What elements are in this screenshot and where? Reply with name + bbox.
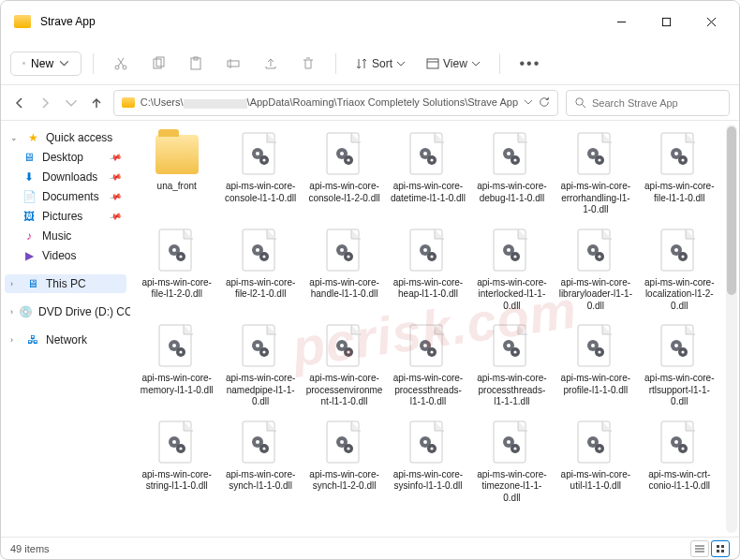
svg-point-131 [340, 440, 344, 444]
file-item[interactable]: api-ms-win-core-console-l1-2-0.dll [303, 126, 385, 221]
sidebar-item-dvd[interactable]: ›💿DVD Drive (D:) CCCC [5, 302, 126, 321]
dll-icon [658, 323, 701, 370]
svg-point-103 [430, 350, 433, 353]
scrollbar[interactable] [726, 125, 737, 533]
file-item[interactable]: api-ms-win-core-file-l1-1-0.dll [639, 126, 720, 221]
back-button[interactable] [10, 90, 28, 116]
new-button[interactable]: New [10, 52, 81, 76]
breadcrumb-prefix: C:\Users\ [141, 96, 184, 108]
file-item[interactable]: api-ms-win-core-synch-l1-2-0.dll [303, 415, 385, 509]
view-button[interactable]: View [419, 53, 488, 74]
share-button[interactable] [255, 50, 287, 78]
sidebar-item-desktop[interactable]: 🖥Desktop📌 [5, 148, 126, 167]
sidebar-label: Network [46, 333, 87, 346]
cut-button[interactable] [105, 50, 137, 78]
rename-button[interactable] [217, 50, 249, 78]
svg-point-83 [682, 255, 685, 258]
sort-button[interactable]: Sort [348, 53, 413, 74]
address-bar[interactable]: C:\Users\\AppData\Roaming\Triaox Complet… [113, 90, 558, 116]
sidebar-item-this-pc[interactable]: ›🖥This PC [5, 274, 126, 293]
chevron-down-icon[interactable] [524, 97, 533, 109]
dll-icon [574, 420, 617, 466]
svg-point-128 [263, 447, 266, 449]
svg-point-28 [347, 158, 349, 161]
sidebar-item-downloads[interactable]: ⬇Downloads📌 [5, 168, 126, 186]
file-item[interactable]: api-ms-win-core-datetime-l1-1-0.dll [387, 126, 468, 221]
file-item[interactable]: api-ms-win-core-errorhandling-l1-1-0.dll [555, 126, 636, 221]
window-title: Strave App [40, 15, 600, 28]
sidebar-item-network[interactable]: ›🖧Network [5, 331, 126, 349]
desktop-icon: 🖥 [22, 151, 37, 164]
recent-button[interactable] [62, 90, 80, 116]
sidebar-item-pictures[interactable]: 🖼Pictures📌 [5, 207, 126, 226]
sidebar-item-quick-access[interactable]: ⌄★Quick access [5, 128, 126, 147]
copy-button[interactable] [142, 50, 174, 78]
search-box[interactable] [566, 90, 730, 116]
delete-button[interactable] [292, 50, 324, 78]
file-item[interactable]: api-ms-win-core-processthreads-l1-1-0.dl… [387, 318, 468, 413]
file-item[interactable]: api-ms-win-core-string-l1-1-0.dll [136, 415, 217, 509]
svg-point-96 [340, 344, 344, 347]
svg-rect-160 [721, 550, 724, 553]
pin-icon: 📌 [109, 151, 123, 164]
file-item[interactable]: api-ms-win-core-namedpipe-l1-1-0.dll [219, 318, 301, 413]
file-label: api-ms-win-core-datetime-l1-1-0.dll [390, 181, 466, 204]
file-item[interactable]: api-ms-win-core-timezone-l1-1-0.dll [471, 415, 553, 509]
file-item[interactable]: api-ms-win-core-profile-l1-1-0.dll [555, 318, 636, 413]
file-label: api-ms-win-core-synch-l1-1-0.dll [222, 469, 299, 493]
paste-button[interactable] [180, 50, 212, 78]
file-item[interactable]: api-ms-win-core-memory-l1-1-0.dll [136, 318, 217, 413]
svg-point-113 [598, 350, 600, 353]
chevron-right-icon: › [10, 307, 13, 317]
sidebar-item-videos[interactable]: ▶Videos [5, 246, 126, 265]
file-item[interactable]: api-ms-win-core-debug-l1-1-0.dll [471, 126, 553, 221]
file-item[interactable]: api-ms-win-core-synch-l1-1-0.dll [219, 415, 301, 509]
file-item[interactable]: api-ms-win-core-file-l2-1-0.dll [219, 223, 301, 317]
dll-icon [155, 228, 199, 274]
folder-item[interactable]: una_front [136, 126, 217, 221]
dll-icon [239, 131, 282, 178]
sidebar-item-music[interactable]: ♪Music [5, 227, 126, 245]
svg-rect-15 [427, 59, 438, 68]
chevron-right-icon: › [10, 279, 20, 288]
forward-button[interactable] [36, 90, 53, 116]
sort-icon [355, 57, 368, 70]
file-item[interactable]: api-ms-win-core-heap-l1-1-0.dll [387, 223, 468, 317]
more-button[interactable]: ••• [511, 50, 549, 78]
file-item[interactable]: api-ms-win-core-interlocked-l1-1-0.dll [471, 223, 553, 317]
file-item[interactable]: api-ms-win-core-localization-l1-2-0.dll [639, 223, 720, 317]
svg-point-56 [256, 248, 259, 252]
file-item[interactable]: api-ms-win-core-util-l1-1-0.dll [555, 415, 636, 509]
file-item[interactable]: api-ms-win-core-console-l1-1-0.dll [219, 126, 301, 221]
sidebar-item-documents[interactable]: 📄Documents📌 [5, 187, 126, 206]
file-item[interactable]: api-ms-win-core-processenvironment-l1-1-… [303, 318, 385, 413]
svg-point-53 [179, 255, 182, 258]
file-item[interactable]: api-ms-win-core-processthreads-l1-1-1.dl… [471, 318, 553, 413]
search-input[interactable] [592, 97, 721, 109]
toolbar: New Sort View ••• [1, 42, 739, 85]
file-item[interactable]: api-ms-win-core-file-l1-2-0.dll [136, 223, 217, 317]
pin-icon: 📌 [109, 170, 123, 184]
refresh-button[interactable] [539, 96, 550, 110]
scroll-thumb[interactable] [727, 126, 736, 295]
pin-icon: 📌 [109, 190, 123, 203]
file-item[interactable]: api-ms-win-core-handle-l1-1-0.dll [303, 223, 385, 317]
icons-view-button[interactable] [711, 540, 730, 557]
dll-icon [658, 131, 701, 178]
sidebar-label: Videos [42, 249, 76, 262]
close-button[interactable] [690, 7, 732, 36]
svg-rect-13 [228, 61, 239, 66]
file-item[interactable]: api-ms-win-core-sysinfo-l1-1-0.dll [387, 415, 468, 509]
minimize-button[interactable] [600, 7, 642, 36]
svg-point-17 [576, 98, 583, 105]
file-item[interactable]: api-ms-win-crt-conio-l1-1-0.dll [639, 415, 720, 509]
file-grid: una_frontapi-ms-win-core-console-l1-1-0.… [130, 121, 739, 514]
dll-icon [155, 420, 199, 466]
file-item[interactable]: api-ms-win-core-rtlsupport-l1-1-0.dll [639, 318, 720, 413]
sidebar-label: Desktop [42, 151, 83, 164]
svg-point-136 [423, 440, 427, 444]
up-button[interactable] [87, 90, 105, 116]
maximize-button[interactable] [645, 7, 687, 36]
file-item[interactable]: api-ms-win-core-libraryloader-l1-1-0.dll [555, 223, 636, 317]
details-view-button[interactable] [690, 540, 709, 557]
